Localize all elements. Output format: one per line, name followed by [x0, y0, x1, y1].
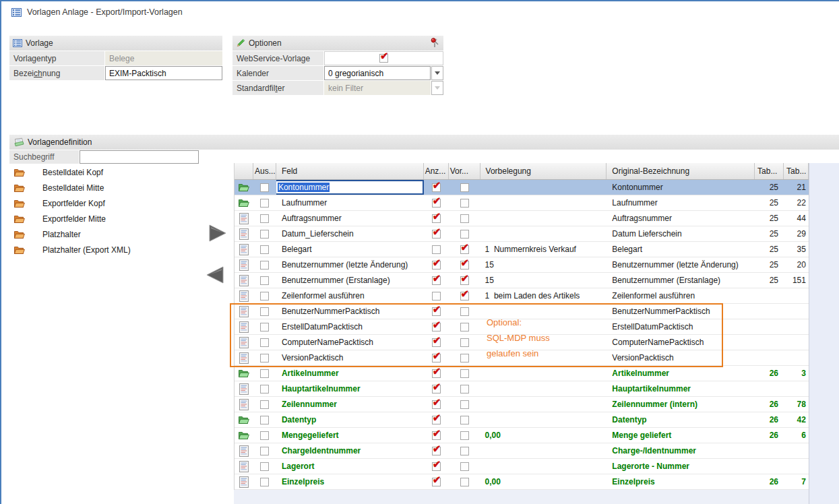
vorbelegung-checkbox[interactable]	[460, 416, 469, 424]
aus-checkbox[interactable]	[260, 230, 269, 239]
pushpin-icon[interactable]	[431, 38, 439, 48]
kalender-input[interactable]	[324, 66, 431, 80]
table-row[interactable]: Datentyp Datentyp 26 42	[235, 412, 809, 428]
anzeigen-checkbox[interactable]	[432, 214, 441, 223]
vorbelegung-checkbox[interactable]	[460, 183, 469, 192]
aus-checkbox[interactable]	[260, 245, 269, 254]
aus-checkbox[interactable]	[260, 354, 269, 363]
table-row[interactable]: ChargeIdentnummer Charge-/Identnummer	[235, 443, 809, 459]
folder-item[interactable]: Bestelldatei Kopf	[9, 164, 146, 180]
anzeigen-checkbox[interactable]	[432, 199, 441, 208]
table-row[interactable]: Einzelpreis 0,00 Einzelpreis 26 7	[235, 474, 809, 490]
header-tab1[interactable]: Tab...	[755, 163, 784, 179]
vorbelegung-checkbox[interactable]	[460, 261, 469, 270]
table-row[interactable]: Zeilenformel ausführen 1 beim Laden des …	[235, 288, 809, 304]
vorbelegung-checkbox[interactable]	[460, 369, 469, 378]
aus-checkbox[interactable]	[260, 385, 269, 393]
aus-checkbox[interactable]	[260, 261, 269, 270]
folder-item[interactable]: Platzhalter	[9, 226, 146, 242]
aus-checkbox[interactable]	[260, 369, 269, 378]
aus-checkbox[interactable]	[260, 214, 269, 223]
header-vor[interactable]: Vor...	[449, 163, 480, 179]
table-row[interactable]: Lagerort Lagerorte - Nummer	[235, 459, 809, 474]
aus-checkbox[interactable]	[260, 276, 269, 285]
table-row[interactable]: Mengegeliefert 0,00 Menge geliefert 26 6	[235, 428, 809, 443]
anzeigen-checkbox[interactable]	[432, 276, 441, 285]
table-row[interactable]: Auftragsnummer Auftragsnummer 25 44	[235, 211, 809, 226]
aus-checkbox[interactable]	[260, 338, 269, 347]
table-row[interactable]: Belegart 1 Nummernkreis Verkauf Belegart…	[235, 242, 809, 257]
header-vorbelegung[interactable]: Vorbelegung	[480, 163, 607, 179]
anzeigen-checkbox[interactable]	[432, 400, 441, 409]
anzeigen-checkbox[interactable]	[432, 245, 441, 254]
webservice-checkbox[interactable]	[379, 54, 388, 63]
table-row[interactable]: Benutzernummer (letzte Änderung) 15 Benu…	[235, 257, 809, 273]
header-feld[interactable]: Feld	[276, 163, 424, 179]
vorbelegung-checkbox[interactable]	[460, 400, 469, 409]
vorbelegung-checkbox[interactable]	[460, 199, 469, 208]
folder-item[interactable]: Exportfelder Mitte	[9, 211, 146, 226]
anzeigen-checkbox[interactable]	[432, 369, 441, 378]
header-tab2[interactable]: Tab...	[784, 163, 809, 179]
aus-checkbox[interactable]	[260, 292, 269, 301]
vorbelegung-checkbox[interactable]	[460, 276, 469, 285]
table-row[interactable]: Zeilennummer Zeilennummer (intern) 26 78	[235, 397, 809, 412]
aus-checkbox[interactable]	[260, 323, 269, 332]
header-anz[interactable]: Anz...	[424, 163, 449, 179]
anzeigen-checkbox[interactable]	[432, 183, 441, 192]
aus-checkbox[interactable]	[260, 478, 269, 486]
aus-checkbox[interactable]	[260, 447, 269, 455]
header-original-bezeichnung[interactable]: Original-Bezeichnung	[607, 163, 755, 179]
anzeigen-checkbox[interactable]	[432, 478, 441, 486]
anzeigen-checkbox[interactable]	[432, 292, 441, 301]
vorbelegung-checkbox[interactable]	[460, 338, 469, 347]
vorbelegung-checkbox[interactable]	[460, 478, 469, 486]
vorbelegung-checkbox[interactable]	[460, 307, 469, 316]
vorbelegung-checkbox[interactable]	[460, 431, 469, 440]
bezeichnung-input[interactable]	[105, 66, 222, 80]
anzeigen-checkbox[interactable]	[432, 261, 441, 270]
aus-checkbox[interactable]	[260, 462, 269, 471]
folder-item[interactable]: Exportfelder Kopf	[9, 195, 146, 211]
folder-item[interactable]: Platzhalter (Export XML)	[9, 242, 146, 257]
anzeigen-checkbox[interactable]	[432, 354, 441, 363]
anzeigen-checkbox[interactable]	[432, 307, 441, 316]
anzeigen-checkbox[interactable]	[432, 323, 441, 332]
aus-checkbox[interactable]	[260, 307, 269, 316]
table-row[interactable]: Hauptartikelnummer Hauptartikelnummer	[235, 381, 809, 397]
aus-checkbox[interactable]	[260, 431, 269, 440]
aus-checkbox[interactable]	[260, 400, 269, 409]
aus-checkbox[interactable]	[260, 416, 269, 424]
anzeigen-checkbox[interactable]	[432, 462, 441, 471]
feld-edit-box[interactable]: Kontonummer	[276, 180, 424, 195]
table-row[interactable]: Laufnummer Laufnummer 25 22	[235, 195, 809, 211]
vorbelegung-checkbox[interactable]	[460, 214, 469, 223]
anzeigen-checkbox[interactable]	[432, 447, 441, 455]
anzeigen-checkbox[interactable]	[432, 431, 441, 440]
suchbegriff-input[interactable]	[80, 150, 199, 164]
table-row[interactable]: Benutzernummer (Erstanlage) 15 Benutzern…	[235, 273, 809, 288]
anzeigen-checkbox[interactable]	[432, 230, 441, 239]
vorbelegung-checkbox[interactable]	[460, 245, 469, 254]
remove-field-arrow-button[interactable]	[205, 265, 225, 286]
aus-checkbox[interactable]	[260, 199, 269, 208]
folder-item[interactable]: Bestelldatei Mitte	[9, 180, 146, 195]
vorbelegung-checkbox[interactable]	[460, 447, 469, 455]
anzeigen-checkbox[interactable]	[432, 416, 441, 424]
vorbelegung-checkbox[interactable]	[460, 323, 469, 332]
add-field-arrow-button[interactable]	[208, 223, 228, 245]
anzeigen-checkbox[interactable]	[432, 338, 441, 347]
header-aus[interactable]: Aus...	[253, 163, 276, 179]
header-icon-column[interactable]	[235, 163, 253, 179]
table-row[interactable]: Artikelnummer Artikelnummer 26 3	[235, 366, 809, 381]
vorbelegung-checkbox[interactable]	[460, 354, 469, 363]
kalender-dropdown-button[interactable]	[431, 66, 443, 80]
vorbelegung-checkbox[interactable]	[460, 385, 469, 393]
table-row[interactable]: Datum_Lieferschein Datum Lieferschein 25…	[235, 226, 809, 242]
vorbelegung-checkbox[interactable]	[460, 230, 469, 239]
vorbelegung-checkbox[interactable]	[460, 292, 469, 301]
table-row[interactable]: Kontonummer Kontonummer 25 21	[235, 180, 809, 195]
vorbelegung-checkbox[interactable]	[460, 462, 469, 471]
anzeigen-checkbox[interactable]	[432, 385, 441, 393]
aus-checkbox[interactable]	[260, 183, 269, 192]
